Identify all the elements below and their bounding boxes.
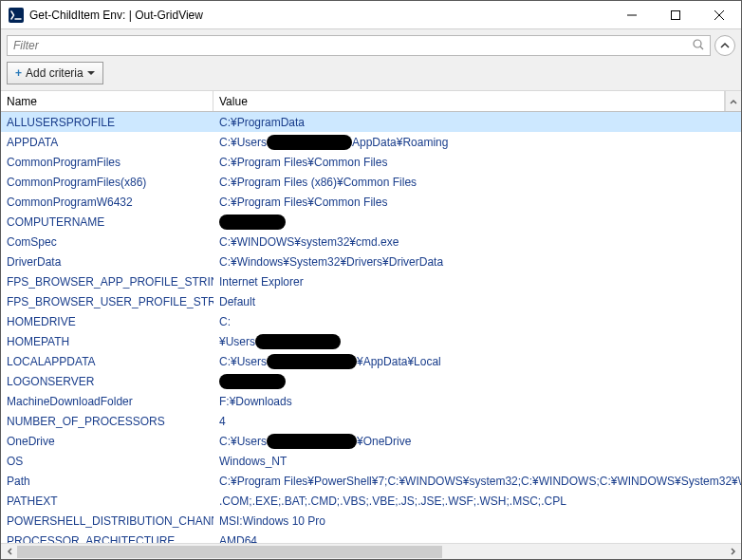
value-text: AppData¥Roaming <box>352 136 448 149</box>
cell-name: CommonProgramFiles <box>1 156 213 169</box>
cell-name: PROCESSOR_ARCHITECTURE <box>1 534 213 544</box>
table-row[interactable]: NUMBER_OF_PROCESSORS4 <box>1 411 741 431</box>
minimize-button[interactable] <box>610 1 654 29</box>
add-criteria-label: Add criteria <box>26 66 83 80</box>
table-row[interactable]: MachineDownloadFolderF:¥Downloads <box>1 391 741 411</box>
cell-value: F:¥Downloads <box>213 395 741 408</box>
table-row[interactable]: COMPUTERNAME <box>1 212 741 232</box>
cell-name: FPS_BROWSER_APP_PROFILE_STRING <box>1 275 213 289</box>
table-row[interactable]: ComSpecC:¥WINDOWS¥system32¥cmd.exe <box>1 232 741 252</box>
cell-name: CommonProgramFiles(x86) <box>1 176 213 189</box>
value-text: Default <box>219 295 255 308</box>
cell-name: PATHEXT <box>1 495 213 508</box>
cell-value: C:¥ProgramData <box>213 116 741 129</box>
value-text: C:¥Program Files (x86)¥Common Files <box>219 176 417 189</box>
cell-name: ComSpec <box>1 235 213 249</box>
table-row[interactable]: POWERSHELL_DISTRIBUTION_CHANNELMSI:Windo… <box>1 511 741 531</box>
table-row[interactable]: HOMEDRIVEC: <box>1 311 741 331</box>
grid-body[interactable]: ALLUSERSPROFILEC:¥ProgramDataAPPDATAC:¥U… <box>1 112 741 543</box>
redacted-segment <box>267 135 352 150</box>
cell-name: DriverData <box>1 255 213 269</box>
cell-name: ALLUSERSPROFILE <box>1 116 213 129</box>
cell-value: C:¥Program Files¥Common Files <box>213 156 741 169</box>
redacted-segment <box>255 334 341 349</box>
table-row[interactable]: PathC:¥Program Files¥PowerShell¥7;C:¥WIN… <box>1 471 741 491</box>
table-row[interactable]: FPS_BROWSER_USER_PROFILE_STRINGDefault <box>1 291 741 311</box>
table-row[interactable]: LOGONSERVER <box>1 371 741 391</box>
filter-input[interactable] <box>7 35 711 56</box>
value-text: .COM;.EXE;.BAT;.CMD;.VBS;.VBE;.JS;.JSE;.… <box>219 495 566 508</box>
collapse-filter-button[interactable] <box>714 35 735 56</box>
vscroll-up-button[interactable] <box>725 91 741 111</box>
value-text: C:¥WINDOWS¥system32¥cmd.exe <box>219 235 399 249</box>
table-row[interactable]: CommonProgramFilesC:¥Program Files¥Commo… <box>1 152 741 172</box>
plus-icon: + <box>15 66 22 80</box>
table-row[interactable]: PATHEXT.COM;.EXE;.BAT;.CMD;.VBS;.VBE;.JS… <box>1 491 741 511</box>
cell-value: Default <box>213 295 741 308</box>
svg-rect-0 <box>9 8 24 23</box>
chevron-down-icon <box>87 69 95 77</box>
maximize-icon <box>671 10 680 20</box>
app-icon <box>9 8 24 23</box>
horizontal-scrollbar[interactable] <box>1 543 741 559</box>
table-row[interactable]: CommonProgramW6432C:¥Program Files¥Commo… <box>1 192 741 212</box>
grid-header: Name Value <box>1 91 741 112</box>
cell-name: COMPUTERNAME <box>1 215 213 229</box>
value-text: C:¥Users <box>219 355 267 368</box>
table-row[interactable]: APPDATAC:¥UsersAppData¥Roaming <box>1 132 741 152</box>
table-row[interactable]: HOMEPATH¥Users <box>1 331 741 351</box>
close-icon <box>714 10 724 20</box>
value-text: AMD64 <box>219 534 257 544</box>
value-text: C: <box>219 315 231 328</box>
value-text: C:¥Program Files¥PowerShell¥7;C:¥WINDOWS… <box>219 475 741 488</box>
cell-name: CommonProgramW6432 <box>1 196 213 209</box>
hscroll-left-button[interactable] <box>1 544 17 560</box>
grid: Name Value ALLUSERSPROFILEC:¥ProgramData… <box>1 91 741 559</box>
value-text: Windows_NT <box>219 455 287 468</box>
add-criteria-button[interactable]: + Add criteria <box>7 62 103 84</box>
cell-value: .COM;.EXE;.BAT;.CMD;.VBS;.VBE;.JS;.JSE;.… <box>213 495 741 508</box>
cell-value: MSI:Windows 10 Pro <box>213 514 741 528</box>
hscroll-track[interactable] <box>17 544 725 560</box>
value-text: ¥Users <box>219 335 255 348</box>
table-row[interactable]: ALLUSERSPROFILEC:¥ProgramData <box>1 112 741 132</box>
cell-value: C: <box>213 315 741 328</box>
cell-value <box>213 215 741 230</box>
table-row[interactable]: FPS_BROWSER_APP_PROFILE_STRINGInternet E… <box>1 271 741 291</box>
cell-name: Path <box>1 475 213 488</box>
cell-name: LOGONSERVER <box>1 375 213 388</box>
cell-value: C:¥Program Files¥Common Files <box>213 196 741 209</box>
value-text: C:¥ProgramData <box>219 116 305 129</box>
redacted-segment <box>219 374 286 389</box>
value-text: F:¥Downloads <box>219 395 292 408</box>
hscroll-right-button[interactable] <box>725 544 741 560</box>
value-text: Internet Explorer <box>219 275 304 289</box>
cell-value: C:¥Windows¥System32¥Drivers¥DriverData <box>213 255 741 269</box>
table-row[interactable]: OneDriveC:¥Users¥OneDrive <box>1 431 741 451</box>
close-button[interactable] <box>697 1 741 29</box>
table-row[interactable]: DriverDataC:¥Windows¥System32¥Drivers¥Dr… <box>1 252 741 271</box>
cell-value: 4 <box>213 415 741 428</box>
value-text: C:¥Program Files¥Common Files <box>219 156 387 169</box>
column-header-value[interactable]: Value <box>213 91 725 111</box>
titlebar: Get-ChildItem Env: | Out-GridView <box>1 1 741 29</box>
cell-name: APPDATA <box>1 136 213 149</box>
cell-value: C:¥Program Files (x86)¥Common Files <box>213 176 741 189</box>
column-header-name[interactable]: Name <box>1 91 213 111</box>
chevron-up-icon <box>730 98 737 105</box>
table-row[interactable]: CommonProgramFiles(x86)C:¥Program Files … <box>1 172 741 192</box>
hscroll-thumb[interactable] <box>17 546 442 558</box>
maximize-button[interactable] <box>654 1 697 29</box>
cell-name: POWERSHELL_DISTRIBUTION_CHANNEL <box>1 514 213 528</box>
chevron-up-icon <box>720 41 730 50</box>
value-text: C:¥Program Files¥Common Files <box>219 196 387 209</box>
cell-value: C:¥WINDOWS¥system32¥cmd.exe <box>213 235 741 249</box>
table-row[interactable]: PROCESSOR_ARCHITECTUREAMD64 <box>1 531 741 543</box>
value-text: 4 <box>219 415 226 428</box>
table-row[interactable]: LOCALAPPDATAC:¥Users¥AppData¥Local <box>1 351 741 371</box>
cell-name: OS <box>1 455 213 468</box>
value-text: C:¥Users <box>219 136 267 149</box>
table-row[interactable]: OSWindows_NT <box>1 451 741 471</box>
cell-value <box>213 374 741 389</box>
cell-name: HOMEDRIVE <box>1 315 213 328</box>
